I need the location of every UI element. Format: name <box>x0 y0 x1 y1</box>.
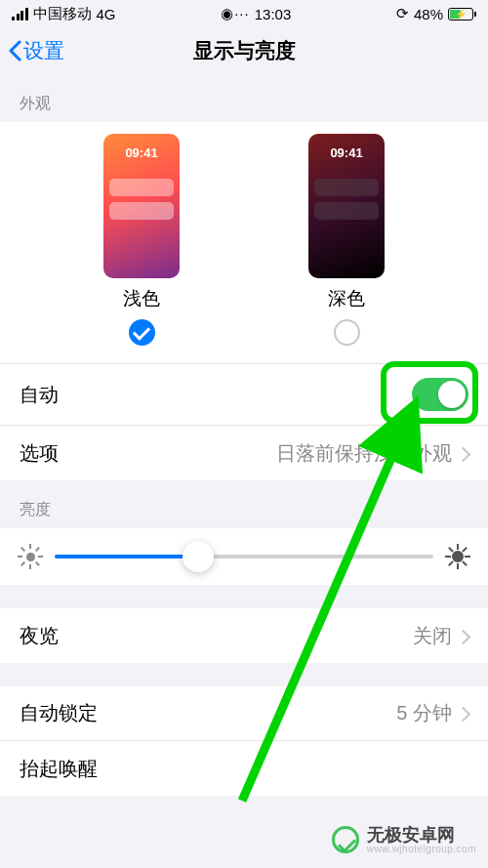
chevron-left-icon <box>8 40 21 62</box>
clock-label: 13:03 <box>255 6 292 22</box>
back-label: 设置 <box>23 37 64 64</box>
chevron-right-icon <box>456 442 468 465</box>
options-value: 日落前保持浅色外观 <box>276 440 452 467</box>
radio-dark-unchecked[interactable] <box>334 319 360 346</box>
watermark-logo-icon <box>332 826 359 853</box>
row-auto: 自动 <box>0 364 488 426</box>
auto-toggle[interactable] <box>412 378 468 411</box>
battery-icon: ⚡ <box>448 8 476 21</box>
preview-dark: 09:41 <box>308 134 385 278</box>
raise-wake-toggle-partial[interactable] <box>426 760 468 777</box>
appearance-option-light[interactable]: 09:41 浅色 <box>103 134 180 346</box>
row-auto-lock[interactable]: 自动锁定 5 分钟 <box>0 686 488 741</box>
section-header-appearance: 外观 <box>0 74 488 122</box>
brightness-panel <box>0 528 488 585</box>
recording-icon: ◉··· <box>221 5 250 22</box>
appearance-panel: 09:41 浅色 09:41 深色 自动 选项 日落前保持浅色外观 <box>0 122 488 480</box>
preview-light: 09:41 <box>103 134 180 278</box>
chevron-right-icon <box>456 702 468 724</box>
appearance-option-dark[interactable]: 09:41 深色 <box>308 134 385 346</box>
carrier-label: 中国移动 <box>33 5 92 23</box>
status-bar: 中国移动 4G ◉··· 13:03 ⟳ 48% ⚡ <box>0 0 488 27</box>
back-button[interactable]: 设置 <box>8 37 64 64</box>
dark-label: 深色 <box>328 286 365 311</box>
signal-icon <box>12 8 28 21</box>
section-header-brightness: 亮度 <box>0 480 488 528</box>
auto-label: 自动 <box>20 382 59 408</box>
watermark-url: www.wjhotelgroup.com <box>367 845 476 855</box>
orientation-lock-icon: ⟳ <box>396 5 409 22</box>
row-options[interactable]: 选项 日落前保持浅色外观 <box>0 426 488 480</box>
brightness-low-icon <box>20 546 41 567</box>
watermark: 无极安卓网 www.wjhotelgroup.com <box>332 826 476 854</box>
night-shift-label: 夜览 <box>20 623 59 649</box>
night-shift-value: 关闭 <box>413 623 452 649</box>
brightness-slider[interactable] <box>55 555 433 558</box>
chevron-right-icon <box>456 625 468 647</box>
lock-panel: 自动锁定 5 分钟 抬起唤醒 <box>0 686 488 796</box>
slider-thumb[interactable] <box>183 541 214 572</box>
radio-light-checked[interactable] <box>129 319 155 346</box>
navbar: 设置 显示与亮度 <box>0 27 488 74</box>
row-raise-wake: 抬起唤醒 <box>0 741 488 796</box>
network-label: 4G <box>97 6 116 22</box>
brightness-high-icon <box>447 546 468 567</box>
watermark-title: 无极安卓网 <box>367 826 476 845</box>
night-shift-panel: 夜览 关闭 <box>0 608 488 663</box>
battery-pct: 48% <box>414 6 443 22</box>
light-label: 浅色 <box>123 286 160 311</box>
row-night-shift[interactable]: 夜览 关闭 <box>0 608 488 663</box>
auto-lock-value: 5 分钟 <box>396 700 452 726</box>
page-title: 显示与亮度 <box>193 37 296 64</box>
raise-wake-label: 抬起唤醒 <box>20 756 98 782</box>
options-label: 选项 <box>20 440 59 467</box>
auto-lock-label: 自动锁定 <box>20 700 98 726</box>
